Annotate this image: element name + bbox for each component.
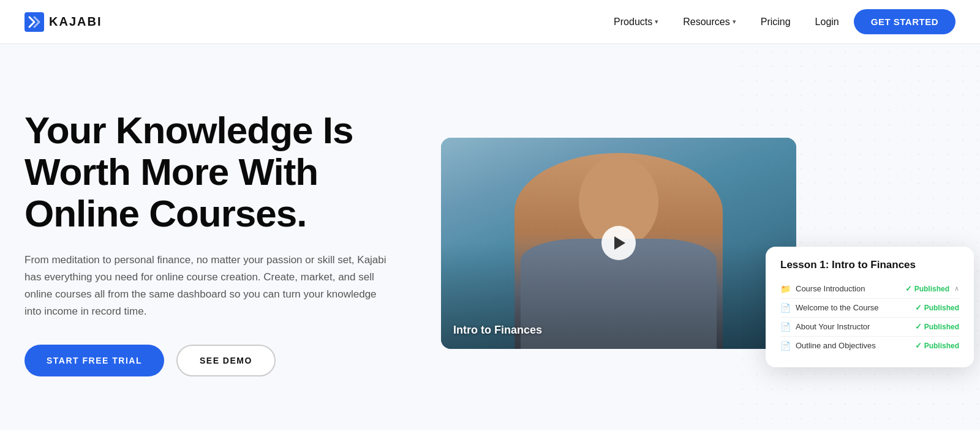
lesson-row-1: 📁 Course Introduction ✓ Published ∧: [780, 280, 959, 299]
lesson-item-4-name: Outline and Objectives: [796, 341, 876, 350]
lesson-row-4: 📄 Outline and Objectives ✓ Published: [780, 337, 959, 355]
hero-description: From meditation to personal finance, no …: [24, 252, 392, 320]
published-badge-4: ✓ Published: [915, 341, 959, 350]
hero-content-left: Your Knowledge Is Worth More With Online…: [24, 110, 441, 377]
doc-icon-3: 📄: [780, 341, 791, 351]
logo-wordmark: KAJABI: [49, 15, 102, 29]
logo[interactable]: KAJABI: [24, 12, 102, 32]
nav-resources[interactable]: Resources ▾: [673, 12, 745, 32]
doc-icon-1: 📄: [780, 303, 791, 313]
play-icon: [614, 236, 625, 250]
navbar: KAJABI Products ▾ Resources ▾ Pricing Lo…: [0, 0, 980, 44]
nav-pricing[interactable]: Pricing: [751, 12, 801, 32]
play-button[interactable]: [601, 226, 636, 260]
folder-icon: 📁: [780, 284, 791, 294]
video-card[interactable]: Intro to Finances: [441, 138, 796, 349]
see-demo-button[interactable]: SEE DEMO: [176, 345, 276, 376]
nav-products[interactable]: Products ▾: [604, 12, 668, 32]
lesson-card-title: Lesson 1: Intro to Finances: [780, 259, 959, 271]
lesson-item-3-name: About Your Instructor: [796, 322, 870, 331]
hero-section: Your Knowledge Is Worth More With Online…: [0, 44, 980, 430]
resources-chevron-icon: ▾: [733, 18, 736, 26]
doc-icon-2: 📄: [780, 322, 791, 332]
hero-content-right: Intro to Finances Lesson 1: Intro to Fin…: [441, 138, 956, 349]
nav-get-started-button[interactable]: GET STARTED: [854, 9, 956, 34]
products-chevron-icon: ▾: [655, 18, 658, 26]
video-label: Intro to Finances: [453, 324, 542, 337]
lesson-item-1-name: Course Introduction: [796, 284, 865, 293]
lesson-row-3: 📄 About Your Instructor ✓ Published: [780, 318, 959, 337]
lesson-item-2-name: Welcome to the Course: [796, 303, 879, 312]
lesson-card: Lesson 1: Intro to Finances 📁 Course Int…: [766, 247, 974, 367]
published-badge-3: ✓ Published: [915, 322, 959, 331]
hero-buttons: START FREE TRIAL SEE DEMO: [24, 345, 417, 376]
published-badge-1: ✓ Published: [905, 284, 949, 293]
hero-title: Your Knowledge Is Worth More With Online…: [24, 110, 417, 235]
start-trial-button[interactable]: START FREE TRIAL: [24, 345, 164, 376]
nav-login[interactable]: Login: [805, 12, 849, 32]
lesson-row-2: 📄 Welcome to the Course ✓ Published: [780, 299, 959, 318]
published-badge-2: ✓ Published: [915, 303, 959, 312]
nav-links: Products ▾ Resources ▾ Pricing Login GET…: [604, 9, 956, 34]
chevron-up-icon: ∧: [954, 285, 959, 293]
